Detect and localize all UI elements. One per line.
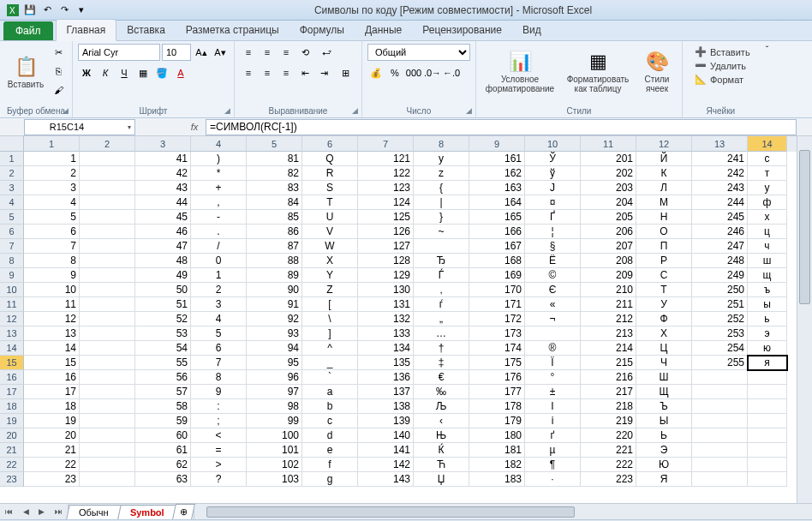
col-header[interactable]: 2: [80, 136, 135, 152]
cell[interactable]: [80, 414, 135, 428]
cell[interactable]: 177: [469, 385, 525, 399]
cell[interactable]: ®: [525, 341, 581, 356]
cell[interactable]: 171: [469, 297, 525, 312]
cell[interactable]: 17: [24, 385, 80, 399]
cell[interactable]: 132: [358, 312, 414, 326]
cell[interactable]: 130: [358, 283, 414, 297]
cell[interactable]: ^: [302, 341, 358, 356]
col-header[interactable]: 1: [24, 136, 80, 152]
percent-button[interactable]: %: [386, 64, 403, 81]
cell[interactable]: 88: [247, 254, 302, 268]
save-icon[interactable]: 💾: [22, 3, 38, 18]
copy-button[interactable]: ⎘: [50, 63, 67, 80]
col-header[interactable]: 9: [469, 136, 525, 152]
font-dialog-launcher[interactable]: ◢: [224, 106, 230, 115]
cell[interactable]: [80, 370, 135, 385]
cell[interactable]: [80, 268, 135, 283]
decrease-decimal-button[interactable]: ←.0: [443, 64, 460, 81]
cell[interactable]: 53: [135, 326, 191, 341]
font-name-input[interactable]: [78, 44, 160, 61]
cell[interactable]: 82: [247, 166, 302, 181]
tab-insert[interactable]: Вставка: [116, 20, 176, 40]
cell[interactable]: [80, 195, 135, 210]
row-header[interactable]: 6: [0, 225, 24, 239]
cell[interactable]: µ: [525, 443, 581, 458]
row-header[interactable]: 12: [0, 312, 24, 326]
cell[interactable]: т: [748, 166, 787, 181]
cell[interactable]: y: [414, 152, 469, 166]
cell[interactable]: 248: [692, 254, 748, 268]
sheet-tab-2[interactable]: Symbol: [117, 505, 176, 519]
cell[interactable]: 19: [24, 414, 80, 428]
cell[interactable]: [80, 239, 135, 254]
cell[interactable]: §: [525, 239, 581, 254]
cell[interactable]: 4: [24, 195, 80, 210]
vertical-scrollbar[interactable]: [797, 136, 812, 503]
cell[interactable]: 126: [358, 225, 414, 239]
cell[interactable]: [748, 414, 787, 428]
cell[interactable]: 165: [469, 210, 525, 225]
cell[interactable]: ]: [302, 326, 358, 341]
cell[interactable]: 62: [135, 458, 191, 472]
fill-color-button[interactable]: 🪣: [153, 64, 170, 81]
cell[interactable]: [748, 458, 787, 472]
cell[interactable]: 174: [469, 341, 525, 356]
cell[interactable]: 131: [358, 297, 414, 312]
cell[interactable]: [748, 443, 787, 458]
cell[interactable]: 141: [358, 443, 414, 458]
cell[interactable]: ы: [748, 297, 787, 312]
cell[interactable]: 219: [581, 414, 636, 428]
cell[interactable]: V: [302, 225, 358, 239]
cell[interactable]: 18: [24, 399, 80, 414]
cell[interactable]: 8: [24, 254, 80, 268]
decrease-font-button[interactable]: A▾: [212, 44, 229, 61]
tab-data[interactable]: Данные: [355, 20, 412, 40]
cut-button[interactable]: ✂: [50, 44, 67, 61]
cell[interactable]: ч: [748, 239, 787, 254]
cell[interactable]: 9: [24, 268, 80, 283]
cell[interactable]: 6: [191, 341, 247, 356]
cell[interactable]: 0: [191, 254, 247, 268]
cell[interactable]: ц: [748, 225, 787, 239]
cell[interactable]: Н: [636, 210, 692, 225]
cell[interactable]: 216: [581, 370, 636, 385]
cell[interactable]: [692, 399, 748, 414]
row-header[interactable]: 16: [0, 370, 24, 385]
cell[interactable]: 138: [358, 399, 414, 414]
formula-bar[interactable]: =СИМВОЛ(RC[-1]): [206, 119, 797, 135]
row-header[interactable]: 17: [0, 385, 24, 399]
row-header[interactable]: 10: [0, 283, 24, 297]
cell[interactable]: 41: [135, 152, 191, 166]
cell[interactable]: ): [191, 152, 247, 166]
cell[interactable]: 201: [581, 152, 636, 166]
cell[interactable]: 84: [247, 195, 302, 210]
cell[interactable]: Ѓ: [414, 268, 469, 283]
cell[interactable]: 22: [24, 458, 80, 472]
cell[interactable]: 127: [358, 239, 414, 254]
increase-decimal-button[interactable]: .0→: [424, 64, 441, 81]
cell[interactable]: Q: [302, 152, 358, 166]
cell[interactable]: 133: [358, 326, 414, 341]
align-right-button[interactable]: ≡: [278, 64, 295, 81]
row-header[interactable]: 8: [0, 254, 24, 268]
cell[interactable]: [748, 428, 787, 443]
cell[interactable]: Ц: [636, 341, 692, 356]
cell[interactable]: 124: [358, 195, 414, 210]
cell[interactable]: 182: [469, 458, 525, 472]
cell[interactable]: 254: [692, 341, 748, 356]
row-header[interactable]: 20: [0, 428, 24, 443]
cell[interactable]: [692, 458, 748, 472]
cell[interactable]: Э: [636, 443, 692, 458]
cell[interactable]: 176: [469, 370, 525, 385]
cell[interactable]: 173: [469, 326, 525, 341]
cell[interactable]: 89: [247, 268, 302, 283]
cell[interactable]: 44: [135, 195, 191, 210]
cell[interactable]: 164: [469, 195, 525, 210]
excel-icon[interactable]: X: [5, 3, 21, 18]
cell[interactable]: «: [525, 297, 581, 312]
cell[interactable]: ‰: [414, 385, 469, 399]
cell[interactable]: [748, 399, 787, 414]
cell[interactable]: у: [748, 181, 787, 195]
cell[interactable]: Ї: [525, 356, 581, 370]
select-all-corner[interactable]: [0, 136, 24, 152]
